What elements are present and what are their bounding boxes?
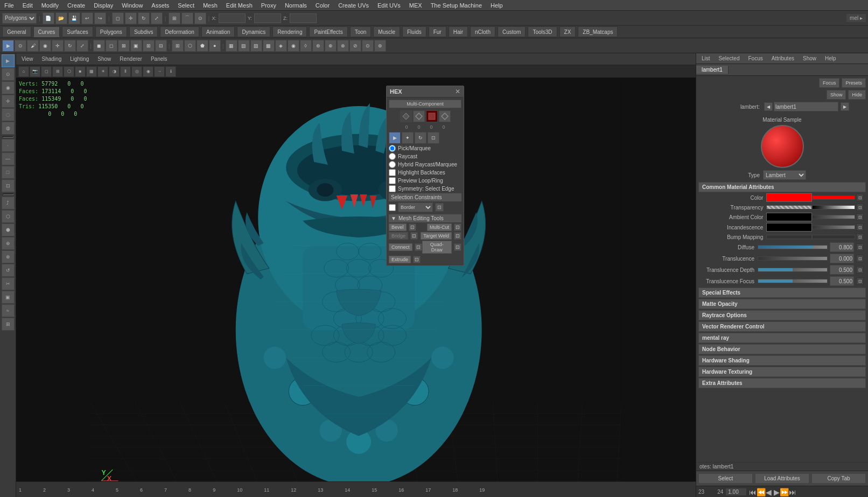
smooth-btn2[interactable]: ≈ [2,304,15,317]
vp-hud-btn[interactable]: ℹ [165,66,176,77]
mel-icon[interactable]: mel ▸ [846,14,866,22]
hardware-shading-header[interactable]: Hardware Shading [698,355,866,366]
face-btn[interactable]: □ [2,166,15,179]
vp-panels-menu[interactable]: Panels [149,55,170,63]
vector-renderer-header[interactable]: Vector Renderer Control [698,321,866,332]
extra-attributes-header[interactable]: Extra Attributes [698,378,866,388]
tab-toon[interactable]: Toon [350,26,372,37]
solid-btn[interactable]: ⬟ [197,40,208,52]
tab-muscle[interactable]: Muscle [373,26,400,37]
tab-tools3d[interactable]: Tools3D [528,26,557,37]
tab-painteffects[interactable]: PaintEffects [309,26,347,37]
hex-icon-0[interactable] [400,110,412,122]
vertex-btn[interactable]: · [2,139,15,152]
check-symmetry[interactable] [389,185,396,192]
tab-surfaces[interactable]: Surfaces [62,26,93,37]
menu-color[interactable]: Color [311,1,334,10]
load-attrs-btn[interactable]: Load Attributes [755,473,809,484]
hex-close-btn[interactable]: ✕ [455,88,460,95]
tab-fluids[interactable]: Fluids [402,26,426,37]
tool-m[interactable]: ◊ [300,40,312,52]
select-mode-btn[interactable]: ▶ [2,54,15,67]
menu-normals[interactable]: Normals [281,1,311,10]
merge-btn[interactable]: ⊕ [2,237,15,250]
trans-depth-input[interactable] [830,265,854,275]
lasso-tool[interactable]: ⊙ [15,40,26,52]
wireframe-btn[interactable]: ⬡ [184,40,196,52]
vp-solid-btn[interactable]: ■ [75,66,86,77]
y-input[interactable] [254,13,281,23]
redo-btn[interactable]: ↪ [94,12,106,24]
show-btn[interactable]: Show [827,90,846,100]
viewport-canvas[interactable]: X Y [16,78,696,497]
vp-texture-btn[interactable]: ▦ [86,66,97,77]
hex-rotate-tool[interactable]: ↻ [415,132,426,144]
frame-input[interactable] [725,488,747,496]
tool-f[interactable]: ⊟ [155,40,167,52]
tweak-mode-btn[interactable]: ✛ [2,95,15,108]
tab-general[interactable]: General [2,26,31,37]
undo-btn[interactable]: ↩ [81,12,93,24]
incandescence-slider[interactable] [812,225,855,229]
bump-slider[interactable] [812,235,855,239]
vp-camera-btn[interactable]: 📷 [30,66,40,77]
tool-q[interactable]: ⊘ [349,40,361,52]
translucence-slider[interactable] [758,256,828,261]
menu-select[interactable]: Select [173,1,199,10]
vp-select-btn[interactable]: ◻ [41,66,52,77]
tab-custom[interactable]: Custom [498,26,526,37]
connect-options-btn[interactable]: ⊡ [415,243,422,251]
ambient-swatch[interactable] [766,213,812,221]
tool-c[interactable]: ⊠ [118,40,130,52]
tool-p[interactable]: ⊗ [337,40,349,52]
tab-polygons[interactable]: Polygons [95,26,127,37]
bridge-options-btn[interactable]: ⊡ [410,232,418,240]
type-select[interactable]: Lambert [763,170,806,180]
copy-tab-btn[interactable]: Copy Tab [811,473,866,484]
hide-btn[interactable]: Hide [848,90,866,100]
tool-a[interactable]: ◼ [93,40,105,52]
tab-curves[interactable]: Curves [33,26,60,37]
incandescence-swatch[interactable] [766,223,812,232]
menu-mex[interactable]: MEX [405,1,426,10]
color-icon[interactable]: ⊡ [856,194,864,201]
translucence-input[interactable] [830,254,854,263]
diffuse-input[interactable] [830,242,854,252]
check-preview-loop[interactable] [389,177,396,184]
bump-icon[interactable]: ⊡ [856,233,864,241]
rp-help-menu[interactable]: Help [823,55,838,62]
radio-raycast[interactable] [389,153,396,160]
loop-btn[interactable]: ↺ [2,264,15,277]
paint-tool[interactable]: 🖌 [27,40,39,52]
tool-n[interactable]: ⊛ [312,40,324,52]
ambient-icon[interactable]: ⊡ [856,213,864,221]
tab-deformation[interactable]: Deformation [160,26,199,37]
vp-dof-btn[interactable]: ◉ [143,66,153,77]
fill-btn[interactable]: ▣ [2,291,15,304]
node-behavior-header[interactable]: Node Behavior [698,344,866,354]
vp-motion-btn[interactable]: → [154,66,165,77]
tab-zx[interactable]: ZX [559,26,576,37]
vp-lighting-menu[interactable]: Lighting [68,55,91,63]
hex-star-tool[interactable]: ✦ [402,132,414,144]
focus-btn[interactable]: Focus [819,78,840,88]
vp-ssao-btn[interactable]: ◎ [131,66,142,77]
hex-icon-3[interactable] [439,110,451,122]
vp-shadow-btn[interactable]: ◑ [109,66,120,77]
matte-opacity-header[interactable]: Matte Opacity [698,299,866,309]
constraint-icon[interactable]: ⊡ [435,203,444,212]
menu-create-uvs[interactable]: Create UVs [334,1,373,10]
arrow-select[interactable]: ▶ [2,40,14,52]
bevel-btn[interactable]: Bevel [389,223,407,231]
hex-icon-2[interactable] [426,110,438,122]
menu-setup-machine[interactable]: The Setup Machine [426,1,486,10]
diffuse-icon[interactable]: ⊡ [856,243,864,251]
mesh-editing-tools-header[interactable]: ▼ Mesh Editing Tools [389,214,461,222]
transparency-slider[interactable] [812,205,855,209]
tool-g[interactable]: ▦ [226,40,237,52]
connect-btn[interactable]: Connect [389,243,412,251]
check-highlight-backfaces[interactable] [389,169,396,176]
rotate-icon[interactable]: ↻ [64,40,76,52]
menu-edit[interactable]: Edit [18,1,37,10]
rp-selected-menu[interactable]: Selected [717,55,742,62]
